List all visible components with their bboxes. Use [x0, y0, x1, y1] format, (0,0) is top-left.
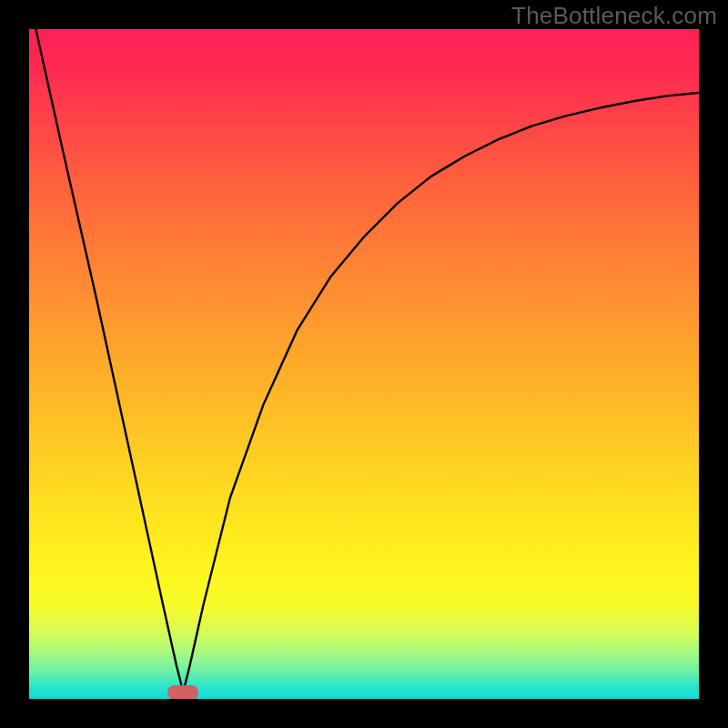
- plot-area: [29, 29, 699, 699]
- minimum-marker: [167, 685, 198, 699]
- chart-frame: TheBottleneck.com: [0, 0, 728, 728]
- curve-svg: [29, 29, 699, 699]
- bottleneck-curve: [35, 29, 699, 693]
- watermark-text: TheBottleneck.com: [511, 2, 717, 30]
